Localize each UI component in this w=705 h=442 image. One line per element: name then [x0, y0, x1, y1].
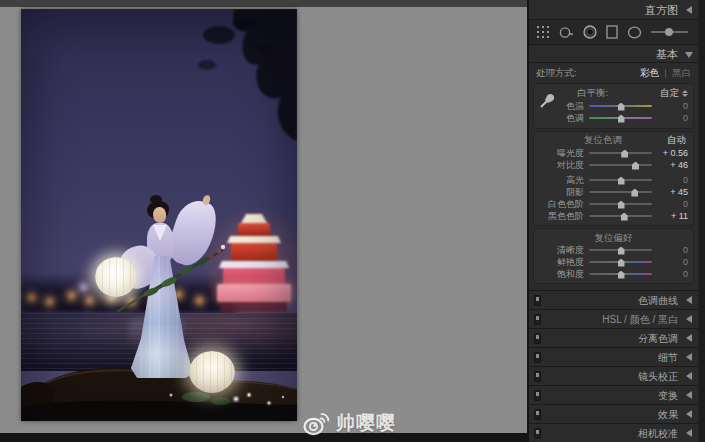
wb-eyedropper-icon[interactable] [538, 90, 558, 110]
slider-saturation: 饱和度 0 [539, 268, 688, 280]
slider-knob[interactable] [621, 213, 628, 221]
slider-knob[interactable] [618, 115, 625, 123]
collapse-arrow-icon [686, 429, 692, 437]
panel-toggle-switch-icon[interactable] [534, 295, 541, 306]
treatment-row: 处理方式: 彩色 黑白 [533, 65, 694, 81]
slider-knob[interactable] [618, 259, 625, 267]
panel-toggle-switch-icon[interactable] [534, 409, 541, 420]
panel-header-transform[interactable]: 变换 [529, 386, 698, 405]
adjustment-brush-icon[interactable] [651, 27, 690, 37]
slider-track[interactable] [589, 246, 652, 255]
slider-contrast: 对比度 + 46 [539, 159, 688, 171]
slider-knob[interactable] [618, 177, 625, 185]
panel-label: 细节 [658, 352, 678, 363]
basic-panel-body: 处理方式: 彩色 黑白 白平衡: 自定 [529, 63, 698, 291]
slider-value: 0 [655, 113, 688, 123]
red-eye-icon[interactable] [583, 25, 597, 39]
panel-toggle-switch-icon[interactable] [534, 352, 541, 363]
slider-track[interactable] [589, 176, 652, 185]
wb-preset-select[interactable]: 自定 [660, 87, 688, 100]
slider-knob[interactable] [632, 162, 639, 170]
slider-highlights: 高光 0 [539, 174, 688, 186]
spot-removal-icon[interactable] [559, 26, 574, 39]
white-balance-group: 白平衡: 自定 色温 0 [533, 83, 694, 129]
slider-blacks: 黑色色阶 + 11 [539, 210, 688, 222]
tone-reset-label[interactable]: 复位色调 [539, 134, 667, 147]
collapse-arrow-icon [686, 353, 692, 361]
panel-label: 分离色调 [638, 333, 678, 344]
panel-header-effects[interactable]: 效果 [529, 405, 698, 424]
panel-header-tone-curve[interactable]: 色调曲线 [529, 291, 698, 310]
photo-canvas[interactable] [21, 9, 297, 421]
photo-lantern-lower [189, 351, 235, 393]
slider-track[interactable] [589, 212, 652, 221]
slider-tint: 色调 0 [563, 112, 688, 124]
panel-label: 色调曲线 [638, 295, 678, 306]
top-strip [0, 0, 527, 7]
panel-header-histogram[interactable]: 直方图 [529, 0, 698, 20]
panel-header-detail[interactable]: 细节 [529, 348, 698, 367]
photo-lantern-upper [95, 257, 137, 297]
slider-value: 0 [655, 245, 688, 255]
slider-value: + 46 [655, 160, 688, 170]
collapse-arrow-icon [686, 391, 692, 399]
slider-knob[interactable] [621, 150, 628, 158]
slider-track[interactable] [589, 114, 652, 123]
slider-whites: 白色色阶 0 [539, 198, 688, 210]
panel-toggle-switch-icon[interactable] [534, 390, 541, 401]
slider-track[interactable] [589, 258, 652, 267]
slider-vibrance: 鲜艳度 0 [539, 256, 688, 268]
panel-label: 变换 [658, 390, 678, 401]
panel-header-split-toning[interactable]: 分离色调 [529, 329, 698, 348]
slider-value: 0 [655, 175, 688, 185]
slider-exposure: 曝光度 + 0.56 [539, 147, 688, 159]
slider-track[interactable] [589, 270, 652, 279]
radial-filter-icon[interactable] [627, 26, 642, 39]
panel-label: 效果 [658, 409, 678, 420]
slider-knob[interactable] [618, 247, 625, 255]
slider-track[interactable] [589, 102, 652, 111]
panel-label: HSL / 颜色 / 黑白 [602, 314, 678, 325]
panel-header-hsl-color-bw[interactable]: HSL / 颜色 / 黑白 [529, 310, 698, 329]
slider-value: + 0.56 [655, 148, 688, 158]
panel-scrollbar[interactable] [698, 0, 705, 442]
slider-knob[interactable] [618, 271, 625, 279]
slider-knob[interactable] [618, 201, 625, 209]
panel-header-camera-calibration[interactable]: 相机校准 [529, 424, 698, 442]
slider-value: + 45 [655, 187, 688, 197]
slider-knob[interactable] [631, 189, 638, 197]
histogram-title: 直方图 [645, 4, 678, 16]
panel-toggle-switch-icon[interactable] [534, 428, 541, 439]
updown-arrows-icon [682, 90, 688, 97]
panel-header-basic[interactable]: 基本 [529, 45, 698, 63]
slider-value: 0 [655, 101, 688, 111]
slider-value: 0 [655, 257, 688, 267]
presence-reset-label[interactable]: 复位偏好 [539, 231, 688, 244]
slider-value: 0 [655, 269, 688, 279]
slider-track[interactable] [589, 200, 652, 209]
slider-label: 黑色色阶 [539, 210, 589, 223]
graduated-filter-icon[interactable] [606, 25, 618, 39]
slider-label: 饱和度 [539, 268, 589, 281]
crop-overlay-icon[interactable] [537, 26, 550, 39]
treatment-color-option[interactable]: 彩色 [640, 67, 659, 80]
tool-strip [529, 20, 698, 45]
photo-tree-silhouette [185, 9, 297, 171]
slider-knob[interactable] [618, 103, 625, 111]
slider-track[interactable] [589, 149, 652, 158]
panel-toggle-switch-icon[interactable] [534, 333, 541, 344]
treatment-bw-option[interactable]: 黑白 [672, 67, 691, 80]
wb-preset-value: 自定 [660, 87, 679, 100]
slider-track[interactable] [589, 161, 652, 170]
treatment-label: 处理方式: [536, 67, 577, 80]
panel-toggle-switch-icon[interactable] [534, 314, 541, 325]
slider-track[interactable] [589, 188, 652, 197]
develop-right-panel: 直方图 [527, 0, 705, 442]
slider-clarity: 清晰度 0 [539, 244, 688, 256]
expand-arrow-icon [685, 52, 693, 58]
figure-face [153, 207, 166, 223]
panel-header-lens-corrections[interactable]: 镜头校正 [529, 367, 698, 386]
panel-toggle-switch-icon[interactable] [534, 371, 541, 382]
auto-tone-button[interactable]: 自动 [667, 134, 688, 147]
slider-label: 色调 [563, 112, 589, 125]
